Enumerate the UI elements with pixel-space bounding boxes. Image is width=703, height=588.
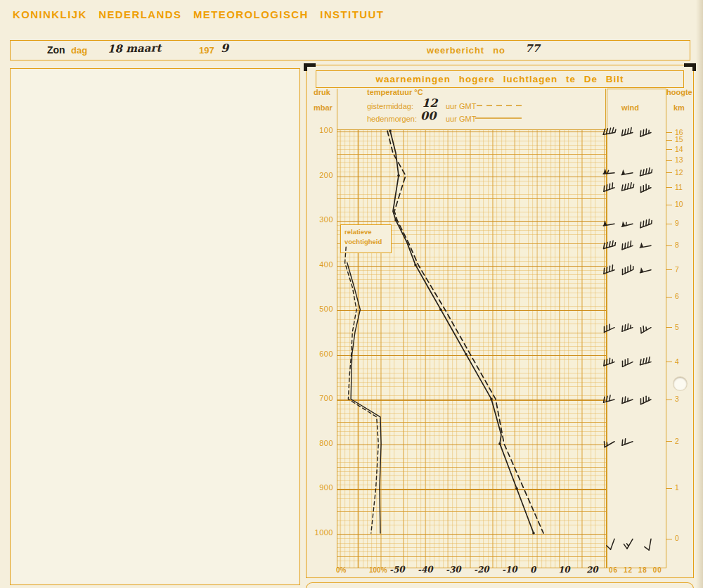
- temp-scale-label: 20: [586, 565, 598, 575]
- height-tick: 5: [666, 323, 692, 331]
- humidity-label-line1: relatieve: [344, 227, 391, 237]
- report-label: weerbericht no: [427, 45, 505, 56]
- height-tick-dash: [666, 132, 672, 133]
- height-tick-dash: [666, 488, 672, 489]
- corner-mark-icon: [304, 63, 307, 71]
- height-tick: 9: [666, 219, 692, 227]
- height-tick-value: 8: [675, 241, 679, 249]
- height-tick: 2: [666, 437, 692, 445]
- height-tick-dash: [666, 297, 672, 298]
- height-tick-dash: [666, 172, 672, 173]
- sounding-panel: waarnemingen hogere luchtlagen te De Bil…: [306, 65, 694, 578]
- yesterday-legend-label: gistermiddag:: [367, 102, 413, 110]
- humidity-label-box: relatieve vochtigheid: [340, 224, 392, 253]
- height-tick-value: 10: [675, 200, 683, 208]
- height-tick-dash: [666, 362, 672, 362]
- height-tick-value: 3: [675, 395, 679, 403]
- height-tick-value: 9: [675, 219, 679, 227]
- height-axis-label: hoogte: [666, 88, 692, 96]
- wind-column: [607, 89, 666, 568]
- pressure-tick: 100: [309, 126, 333, 134]
- next-section-edge: [306, 582, 694, 588]
- height-tick: 10: [666, 200, 692, 208]
- height-tick: 8: [666, 241, 692, 249]
- wind-times-label: 06 12 18 00: [609, 566, 662, 574]
- height-tick: 14: [666, 145, 692, 153]
- height-tick-value: 2: [675, 437, 679, 445]
- today-legend-label: hedenmorgen:: [367, 115, 417, 123]
- height-tick-value: 5: [675, 323, 679, 331]
- temp-scale-label: -40: [418, 564, 433, 575]
- height-tick-dash: [666, 539, 672, 539]
- temp-scale-label: 0: [530, 565, 536, 575]
- pressure-axis-unit: mbar: [314, 103, 333, 112]
- day-name-printed: Zon: [47, 44, 65, 56]
- height-tick: 15: [666, 135, 692, 143]
- punch-hole: [673, 377, 687, 390]
- humidity-scale-0: 0%: [336, 566, 346, 574]
- height-tick: 3: [666, 395, 692, 403]
- scanned-weather-form: KONINKLIJK NEDERLANDS METEOROLOGISCH INS…: [0, 0, 703, 588]
- scan-page-edge: [696, 0, 703, 588]
- height-tick-value: 1: [675, 483, 679, 492]
- height-tick: 4: [666, 357, 692, 366]
- humidity-label-line2: vochtigheid: [344, 237, 391, 247]
- height-tick-dash: [666, 269, 672, 270]
- day-suffix-printed: dag: [71, 45, 87, 56]
- pressure-tick: 700: [309, 394, 333, 402]
- height-tick-dash: [666, 160, 672, 161]
- height-tick-dash: [666, 441, 672, 442]
- height-tick-dash: [666, 245, 672, 246]
- pressure-tick: 1000: [309, 528, 333, 537]
- institute-title: KONINKLIJK NEDERLANDS METEOROLOGISCH INS…: [13, 8, 384, 20]
- height-tick: 0: [666, 534, 692, 542]
- height-tick-dash: [666, 327, 672, 328]
- height-tick: 12: [666, 168, 692, 177]
- column-divider: [605, 89, 606, 129]
- date-handwritten: 18 maart: [108, 41, 162, 55]
- height-tick-dash: [666, 205, 672, 205]
- column-divider: [337, 89, 337, 129]
- height-tick: 7: [666, 265, 692, 274]
- height-tick-value: 4: [675, 357, 679, 366]
- panel-title: waarnemingen hogere luchtlagen te De Bil…: [316, 70, 684, 88]
- height-tick-dash: [666, 187, 672, 188]
- yesterday-hour-handwritten: 12: [422, 96, 437, 110]
- height-tick: 11: [666, 183, 692, 191]
- height-tick: 6: [666, 292, 692, 300]
- yesterday-legend-suffix: uur GMT: [446, 102, 476, 110]
- height-tick-value: 11: [675, 183, 683, 191]
- height-axis-unit: km: [673, 103, 685, 112]
- pressure-tick: 900: [309, 483, 333, 492]
- graph-paper-grid: [337, 129, 607, 568]
- height-tick: 13: [666, 155, 692, 164]
- pressure-axis-label: druk: [314, 88, 330, 96]
- report-number-handwritten: 77: [525, 42, 540, 55]
- temperature-legend-label: temperatuur °C: [367, 88, 423, 96]
- pressure-tick: 400: [309, 260, 333, 269]
- pressure-tick: 500: [309, 305, 333, 313]
- height-tick-value: 14: [675, 145, 683, 153]
- temp-scale-label: -30: [446, 564, 461, 575]
- height-tick-value: 7: [675, 265, 679, 274]
- today-legend-suffix: uur GMT: [446, 115, 476, 123]
- height-tick-value: 6: [675, 292, 679, 300]
- today-hour-handwritten: 00: [420, 109, 436, 122]
- height-tick-dash: [666, 149, 672, 150]
- temp-scale-label: -50: [389, 564, 405, 575]
- temp-scale-label: -10: [502, 564, 517, 575]
- height-tick-dash: [666, 400, 672, 400]
- height-tick: 1: [666, 483, 692, 492]
- height-tick-value: 12: [675, 168, 683, 177]
- pressure-tick: 600: [309, 350, 333, 358]
- height-tick-value: 15: [675, 135, 683, 143]
- temp-scale-label: 10: [558, 565, 570, 575]
- year-printed: 197: [199, 45, 214, 56]
- height-tick-dash: [666, 140, 672, 141]
- blank-notes-area: [10, 68, 300, 585]
- height-tick-value: 13: [675, 155, 683, 164]
- temp-scale-label: -20: [474, 564, 489, 575]
- height-tick-dash: [666, 224, 672, 224]
- height-tick-value: 0: [675, 534, 679, 542]
- date-band: Zon dag 18 maart 197 9 weerbericht no 77: [10, 40, 690, 60]
